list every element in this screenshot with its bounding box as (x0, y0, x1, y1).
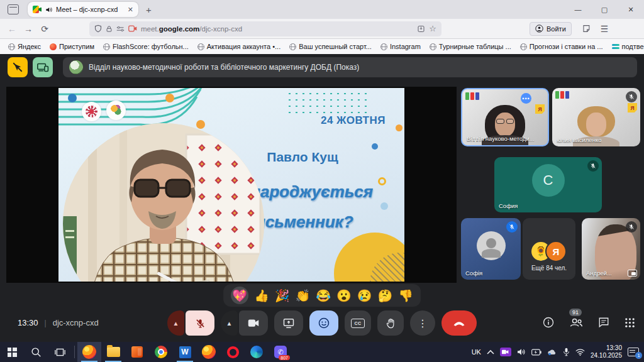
start-button[interactable] (0, 342, 24, 362)
captions-button[interactable]: CC (345, 310, 371, 336)
onedrive-icon[interactable] (547, 349, 557, 356)
lock-icon[interactable] (106, 25, 113, 33)
slide: 24 ЖОВТНЯ Павло Кущ Як народжується пись… (58, 88, 404, 282)
back-button[interactable]: ← (4, 24, 20, 34)
browser-tab[interactable]: Meet – djc-xcnp-cxd ✕ (28, 2, 138, 17)
wifi-icon[interactable] (575, 349, 585, 356)
meeting-info: 13:30 | djc-xcnp-cxd (18, 318, 99, 327)
present-button[interactable] (274, 310, 303, 336)
volume-icon[interactable] (517, 348, 526, 356)
picture-in-picture-icon[interactable] (628, 270, 637, 277)
bookmark-instagram[interactable]: Instagram (377, 41, 424, 52)
reload-button[interactable]: ⟳ (36, 24, 53, 34)
bookmark-star-icon[interactable]: ☆ (429, 24, 436, 33)
battery-icon[interactable] (531, 349, 541, 356)
taskbar-edge[interactable] (245, 342, 269, 362)
avatar-group: 🌻 Я (531, 241, 567, 262)
activities-button[interactable] (625, 317, 635, 328)
ya-logo-tag: Я (535, 104, 545, 114)
tray-expand-icon[interactable] (487, 349, 494, 354)
chat-button[interactable] (598, 317, 609, 328)
login-button[interactable]: Войти (530, 22, 572, 36)
info-button[interactable] (543, 317, 554, 328)
screen-share-button[interactable] (33, 57, 53, 77)
notification-center-icon[interactable]: 1 (628, 348, 639, 356)
forward-button[interactable]: → (20, 24, 36, 34)
presentation-banner[interactable]: Відділ науково-методичної роботи та бібл… (63, 57, 637, 77)
new-tab-button[interactable]: + (146, 4, 152, 15)
bookmark-flashscore[interactable]: FlashScore: футбольн... (100, 41, 192, 52)
reaction-surprised[interactable]: 😮 (336, 290, 352, 302)
firefox-view-icon[interactable] (8, 4, 19, 14)
tile-vasilenko[interactable]: Я юлия василенко (552, 88, 640, 146)
reaction-thumbs-down[interactable]: 👎 (398, 290, 413, 302)
taskbar-opera[interactable] (221, 342, 245, 362)
camera-options-button[interactable]: ▲ (221, 310, 238, 336)
mic-button[interactable] (186, 310, 214, 336)
bookmark-tables[interactable]: Турнирные таблицы ... (426, 41, 514, 52)
shield-icon[interactable] (94, 25, 102, 33)
tile-more-participants[interactable]: 🌻 Я Ещё 84 чел. (523, 218, 575, 280)
reaction-laugh[interactable]: 😂 (316, 290, 331, 302)
language-indicator[interactable]: UK (472, 348, 481, 356)
taskbar-office[interactable] (125, 342, 149, 362)
tile-sofiia-ua[interactable]: Софія (461, 218, 521, 280)
devices-icon (37, 63, 49, 72)
tray-mic-icon[interactable] (563, 348, 570, 356)
sidebar-icon[interactable] (582, 25, 591, 33)
camera-button[interactable] (239, 310, 268, 336)
bookmark-start[interactable]: Ваш успешный старт... (286, 41, 375, 52)
bookmark-pristupim[interactable]: Приступим (47, 41, 97, 52)
tile-sofiya-ru[interactable]: С София (494, 157, 602, 212)
search-button[interactable] (24, 342, 48, 362)
tab-audio-icon[interactable] (45, 6, 52, 13)
reactions-button[interactable] (309, 310, 338, 336)
reaction-clap[interactable]: 👏 (296, 290, 311, 302)
reaction-thinking[interactable]: 🤔 (377, 290, 392, 302)
clock[interactable]: 13:30 24.10.2025 (591, 344, 622, 360)
task-view-button[interactable] (48, 342, 72, 362)
url-bar[interactable]: meet.google.com/djc-xcnp-cxd ☆ (89, 21, 441, 36)
camera-active-icon[interactable] (500, 348, 511, 356)
bookmark-activation[interactable]: Активация аккаунта •... (194, 41, 284, 52)
taskbar-word[interactable]: W (173, 342, 197, 362)
more-options-button[interactable]: ⋮ (410, 310, 435, 336)
end-call-button[interactable] (441, 310, 477, 336)
bookmark-confirmed[interactable]: подтвержденный! (609, 41, 644, 52)
reaction-cry[interactable]: 😢 (357, 290, 372, 302)
opera-icon (227, 346, 239, 358)
bookmark-yandex[interactable]: Яндекс (5, 41, 44, 52)
taskbar-explorer[interactable] (101, 342, 125, 362)
taskbar-firefox2[interactable] (197, 342, 221, 362)
tile-viddil[interactable]: ••• Я Відділ науково-методи... (461, 88, 549, 146)
camera-in-use-icon[interactable] (128, 25, 137, 32)
mic-options-button[interactable]: ▲ (167, 310, 184, 336)
pointer-disabled-button[interactable] (8, 57, 28, 77)
dot-decor (396, 124, 402, 131)
dot-decor (372, 143, 378, 150)
taskbar-viber[interactable]: ✆807 (269, 342, 292, 362)
reaction-party[interactable]: 🎉 (275, 290, 290, 302)
slide-date: 24 ЖОВТНЯ (321, 114, 386, 127)
presentation-stage[interactable]: 24 ЖОВТНЯ Павло Кущ Як народжується пись… (6, 87, 457, 283)
menu-icon[interactable]: ☰ (601, 24, 609, 34)
taskbar-chrome[interactable] (149, 342, 173, 362)
window-minimize-button[interactable]: — (565, 0, 591, 19)
save-page-icon[interactable] (417, 25, 425, 33)
event-logo (106, 101, 126, 120)
tab-close-icon[interactable]: ✕ (128, 6, 133, 14)
taskbar-firefox-active[interactable] (77, 342, 101, 362)
url-text[interactable]: meet.google.com/djc-xcnp-cxd (141, 25, 413, 33)
permissions-icon[interactable] (116, 26, 125, 32)
people-button[interactable]: 91 (569, 317, 583, 328)
reaction-heart[interactable]: 💖 (231, 287, 248, 304)
tile-andrey[interactable]: Андрей... (582, 218, 640, 280)
participant-name: Андрей... (586, 270, 612, 277)
bookmark-prognosis[interactable]: Прогнози і ставки на ... (517, 41, 606, 52)
raise-hand-button[interactable] (377, 310, 404, 336)
globe-icon (197, 43, 204, 50)
window-restore-button[interactable]: ▢ (591, 0, 618, 19)
window-close-button[interactable]: ✕ (618, 0, 644, 19)
reaction-thumbs-up[interactable]: 👍 (254, 290, 269, 302)
firefox-icon (82, 345, 96, 359)
